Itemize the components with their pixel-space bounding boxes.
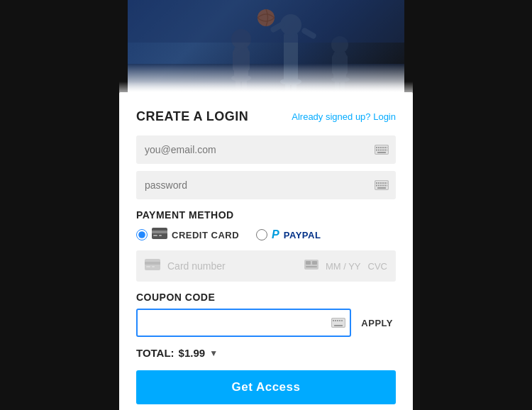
total-row: TOTAL: $1.99 ▼ xyxy=(136,347,396,359)
coupon-input-wrapper xyxy=(136,309,351,337)
already-signed-link[interactable]: Already signed up? Login xyxy=(292,111,396,122)
svg-rect-48 xyxy=(378,185,379,187)
password-wrapper xyxy=(136,171,396,199)
svg-rect-64 xyxy=(312,261,317,265)
svg-rect-56 xyxy=(153,235,157,236)
email-input[interactable] xyxy=(136,135,396,164)
svg-rect-47 xyxy=(376,185,377,187)
modal-header: CREATE A LOGIN Already signed up? Login xyxy=(136,109,396,124)
create-login-title: CREATE A LOGIN xyxy=(136,109,248,124)
svg-rect-69 xyxy=(335,320,336,321)
svg-rect-23 xyxy=(128,0,404,43)
total-chevron-icon[interactable]: ▼ xyxy=(209,348,218,358)
svg-rect-34 xyxy=(380,150,382,151)
svg-rect-63 xyxy=(306,261,311,265)
card-mid-icon xyxy=(304,260,318,272)
svg-rect-50 xyxy=(382,185,384,187)
get-access-button[interactable]: Get Access xyxy=(136,370,396,404)
modal-container: CREATE A LOGIN Already signed up? Login xyxy=(119,92,413,410)
svg-rect-73 xyxy=(334,325,343,326)
paypal-radio[interactable] xyxy=(256,229,267,240)
credit-card-icon xyxy=(152,228,167,242)
svg-rect-70 xyxy=(337,320,338,321)
svg-rect-46 xyxy=(387,182,387,184)
svg-rect-61 xyxy=(152,266,155,267)
coupon-row: APPLY xyxy=(136,309,396,337)
svg-point-1 xyxy=(231,74,251,82)
svg-rect-72 xyxy=(341,320,343,321)
svg-rect-27 xyxy=(378,147,379,148)
svg-rect-4 xyxy=(233,50,238,71)
svg-rect-38 xyxy=(377,152,386,153)
payment-options: CREDIT CARD P PAYPAL xyxy=(136,228,396,242)
svg-rect-30 xyxy=(384,147,386,148)
svg-rect-55 xyxy=(152,231,167,233)
svg-rect-5 xyxy=(244,50,250,71)
coupon-keyboard-icon xyxy=(331,318,345,328)
apply-coupon-button[interactable]: APPLY xyxy=(358,318,396,328)
card-number-placeholder: Card number xyxy=(167,260,297,272)
card-row-icon xyxy=(145,259,160,274)
credit-card-option[interactable]: CREDIT CARD xyxy=(136,228,239,242)
total-label: TOTAL: xyxy=(136,347,174,359)
password-keyboard-icon xyxy=(375,180,389,190)
svg-rect-31 xyxy=(387,147,387,148)
paypal-label: PAYPAL xyxy=(284,230,321,240)
svg-rect-71 xyxy=(339,320,340,321)
svg-rect-29 xyxy=(382,147,384,148)
svg-rect-52 xyxy=(387,185,387,187)
svg-rect-49 xyxy=(380,185,382,187)
paypal-option[interactable]: P PAYPAL xyxy=(256,228,321,241)
svg-rect-28 xyxy=(380,147,382,148)
svg-rect-53 xyxy=(377,187,386,189)
svg-rect-65 xyxy=(306,266,317,267)
svg-rect-60 xyxy=(146,266,150,267)
card-details-row: Card number MM / YY CVC xyxy=(136,250,396,282)
svg-rect-42 xyxy=(378,182,379,184)
card-expiry: MM / YY xyxy=(326,261,361,272)
svg-rect-19 xyxy=(343,55,348,74)
svg-rect-37 xyxy=(387,150,387,151)
email-keyboard-icon xyxy=(375,145,389,155)
svg-rect-26 xyxy=(376,147,377,148)
card-cvc: CVC xyxy=(368,261,387,272)
svg-rect-59 xyxy=(145,262,160,265)
svg-rect-68 xyxy=(333,320,334,321)
hero-image xyxy=(128,0,404,92)
coupon-input[interactable] xyxy=(136,309,351,337)
total-amount: $1.99 xyxy=(179,347,206,359)
svg-rect-43 xyxy=(380,182,382,184)
payment-method-title: PAYMENT METHOD xyxy=(136,209,396,221)
coupon-title: COUPON CODE xyxy=(136,292,396,303)
svg-rect-36 xyxy=(384,150,386,151)
svg-rect-33 xyxy=(378,150,379,151)
svg-rect-35 xyxy=(382,150,384,151)
svg-rect-41 xyxy=(376,182,377,184)
svg-rect-45 xyxy=(384,182,386,184)
email-wrapper xyxy=(136,135,396,164)
paypal-icon: P xyxy=(272,228,279,241)
credit-card-radio[interactable] xyxy=(136,229,148,240)
password-input[interactable] xyxy=(136,171,396,199)
svg-rect-44 xyxy=(382,182,384,184)
svg-rect-32 xyxy=(376,150,377,151)
svg-rect-18 xyxy=(332,55,337,74)
svg-rect-57 xyxy=(159,235,162,236)
svg-rect-51 xyxy=(384,185,386,187)
credit-card-label: CREDIT CARD xyxy=(172,230,239,240)
